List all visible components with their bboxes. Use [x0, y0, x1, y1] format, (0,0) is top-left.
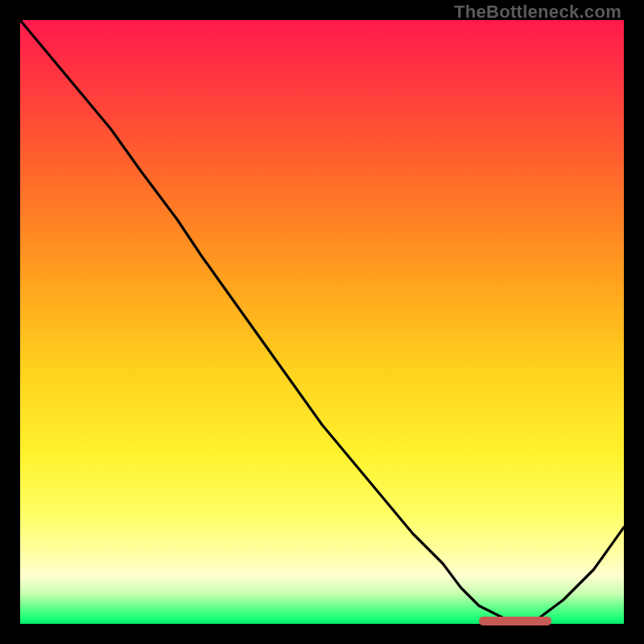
optimal-range-marker [479, 617, 551, 625]
chart-frame [20, 20, 624, 624]
watermark-text: TheBottleneck.com [454, 2, 621, 23]
bottleneck-curve [20, 20, 624, 624]
curve-path [20, 20, 624, 624]
